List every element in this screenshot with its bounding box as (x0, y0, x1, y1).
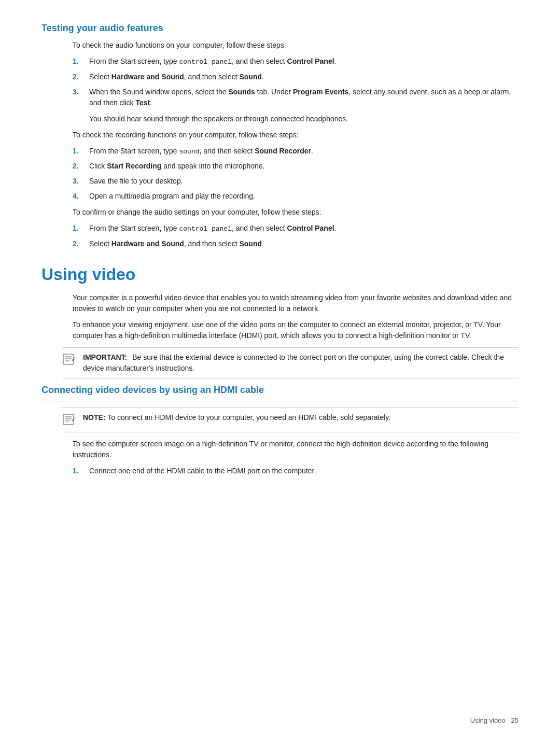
note-text: To connect an HDMI device to your comput… (107, 413, 390, 421)
important-text: Be sure that the external device is conn… (83, 353, 504, 372)
list-item: 3. Save the file to your desktop. (73, 176, 519, 187)
bold-text: Sound (239, 240, 262, 248)
list-content: Click Start Recording and speak into the… (89, 161, 519, 172)
bold-text: Control Panel (287, 224, 334, 232)
testing-audio-steps2: 1. From the Start screen, type sound, an… (73, 146, 519, 202)
list-number: 2. (73, 72, 89, 82)
using-video-para2: To enhance your viewing enjoyment, use o… (73, 319, 519, 341)
bold-text: Test (136, 99, 150, 107)
bold-text: Start Recording (107, 162, 161, 170)
testing-audio-intro3: To confirm or change the audio settings … (73, 207, 519, 218)
using-video-heading: Using video (41, 265, 519, 284)
important-label: IMPORTANT: (83, 353, 127, 361)
list-number: 1. (73, 146, 89, 157)
bold-text: Hardware and Sound (111, 240, 184, 248)
list-number: 3. (73, 176, 89, 187)
list-content: Connect one end of the HDMI cable to the… (89, 466, 519, 476)
connecting-hdmi-section: Connecting video devices by using an HDM… (41, 385, 519, 476)
bold-text: Control Panel (287, 57, 334, 65)
important-box: IMPORTANT: Be sure that the external dev… (62, 347, 519, 378)
code-inline: sound (179, 148, 200, 156)
list-item: 3. When the Sound window opens, select t… (73, 87, 519, 108)
bold-text: Program Events (293, 88, 348, 96)
list-number: 1. (73, 56, 89, 67)
list-content: When the Sound window opens, select the … (89, 87, 519, 108)
footer-text: Using video (470, 716, 506, 724)
note-box: NOTE: To connect an HDMI device to your … (62, 407, 519, 432)
using-video-para1: Your computer is a powerful video device… (73, 292, 519, 314)
svg-rect-0 (63, 354, 74, 364)
important-icon (62, 352, 78, 368)
important-content: IMPORTANT: Be sure that the external dev… (83, 352, 519, 374)
list-number: 4. (73, 191, 89, 202)
list-content: Open a multimedia program and play the r… (89, 191, 519, 202)
code-inline: control panel (179, 225, 232, 233)
testing-audio-intro1: To check the audio functions on your com… (73, 40, 519, 51)
bold-text: Sound (239, 73, 262, 81)
list-number: 2. (73, 161, 89, 172)
code-inline: control panel (179, 58, 232, 66)
note-label: NOTE: (83, 413, 106, 421)
list-number: 1. (73, 223, 89, 234)
connecting-hdmi-heading: Connecting video devices by using an HDM… (41, 385, 519, 396)
svg-rect-5 (63, 414, 74, 425)
list-content: From the Start screen, type control pane… (89, 56, 519, 67)
note-icon (62, 412, 78, 428)
footer-page-number: 25 (511, 716, 519, 724)
using-video-section: Using video Your computer is a powerful … (41, 265, 519, 378)
list-item: 1. From the Start screen, type control p… (73, 56, 519, 67)
list-item: 2. Select Hardware and Sound, and then s… (73, 238, 519, 249)
list-item: 4. Open a multimedia program and play th… (73, 191, 519, 202)
bold-text: Hardware and Sound (111, 73, 184, 81)
testing-audio-heading: Testing your audio features (41, 23, 519, 34)
list-number: 3. (73, 87, 89, 108)
list-content: From the Start screen, type sound, and t… (89, 146, 519, 157)
list-content: From the Start screen, type control pane… (89, 223, 519, 234)
bold-text: Sounds (229, 88, 255, 96)
bold-text: Sound Recorder (255, 147, 311, 155)
list-item: 2. Select Hardware and Sound, and then s… (73, 72, 519, 82)
connecting-hdmi-steps: 1. Connect one end of the HDMI cable to … (73, 466, 519, 476)
testing-audio-steps3: 1. From the Start screen, type control p… (73, 223, 519, 249)
page-footer: Using video 25 (470, 716, 519, 724)
list-content: Select Hardware and Sound, and then sele… (89, 238, 519, 249)
list-item: 2. Click Start Recording and speak into … (73, 161, 519, 172)
list-item: 1. From the Start screen, type sound, an… (73, 146, 519, 157)
note-content: NOTE: To connect an HDMI device to your … (83, 412, 519, 423)
testing-audio-intro2: To check the recording functions on your… (73, 130, 519, 140)
list-number: 2. (73, 238, 89, 249)
list-content: Select Hardware and Sound, and then sele… (89, 72, 519, 82)
list-item: 1. From the Start screen, type control p… (73, 223, 519, 234)
list-item: 1. Connect one end of the HDMI cable to … (73, 466, 519, 476)
testing-audio-steps1: 1. From the Start screen, type control p… (73, 56, 519, 108)
section-divider (41, 401, 519, 401)
connecting-hdmi-intro: To see the computer screen image on a hi… (73, 439, 519, 460)
list-number: 1. (73, 466, 89, 476)
step3-note: You should hear sound through the speake… (89, 114, 519, 124)
testing-audio-section: Testing your audio features To check the… (41, 23, 519, 249)
list-content: Save the file to your desktop. (89, 176, 519, 187)
